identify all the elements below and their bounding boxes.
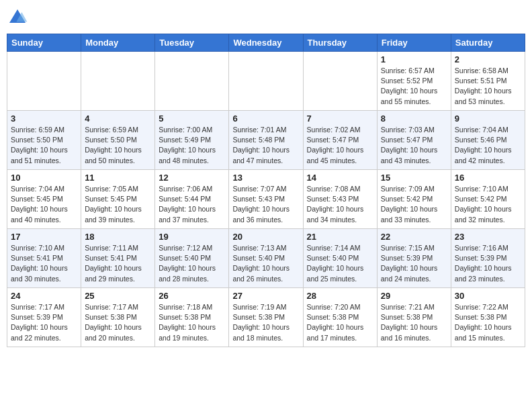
calendar-cell: 3Sunrise: 6:59 AM Sunset: 5:50 PM Daylig… (7, 111, 81, 170)
calendar-cell: 23Sunrise: 7:16 AM Sunset: 5:39 PM Dayli… (451, 229, 525, 288)
weekday-header: Wednesday (229, 34, 303, 52)
day-number: 15 (381, 173, 447, 183)
calendar-cell: 15Sunrise: 7:09 AM Sunset: 5:42 PM Dayli… (377, 170, 451, 229)
day-number: 23 (455, 232, 521, 242)
day-number: 26 (159, 291, 225, 301)
day-info: Sunrise: 7:20 AM Sunset: 5:38 PM Dayligh… (307, 302, 373, 343)
calendar-cell: 2Sunrise: 6:58 AM Sunset: 5:51 PM Daylig… (451, 52, 525, 111)
calendar-cell: 27Sunrise: 7:19 AM Sunset: 5:38 PM Dayli… (229, 288, 303, 347)
calendar-cell: 7Sunrise: 7:02 AM Sunset: 5:47 PM Daylig… (303, 111, 377, 170)
day-number: 7 (307, 113, 373, 124)
day-number: 8 (381, 113, 447, 124)
day-info: Sunrise: 7:02 AM Sunset: 5:47 PM Dayligh… (307, 125, 373, 166)
calendar-week-row: 17Sunrise: 7:10 AM Sunset: 5:41 PM Dayli… (7, 229, 525, 288)
day-info: Sunrise: 7:09 AM Sunset: 5:42 PM Dayligh… (381, 184, 447, 225)
day-info: Sunrise: 7:15 AM Sunset: 5:39 PM Dayligh… (381, 243, 447, 284)
calendar-cell: 4Sunrise: 6:59 AM Sunset: 5:50 PM Daylig… (81, 111, 155, 170)
day-info: Sunrise: 6:58 AM Sunset: 5:51 PM Dayligh… (455, 66, 521, 107)
calendar-cell: 25Sunrise: 7:17 AM Sunset: 5:38 PM Dayli… (81, 288, 155, 347)
day-number: 24 (11, 291, 77, 301)
day-number: 6 (232, 113, 299, 124)
calendar-cell: 10Sunrise: 7:04 AM Sunset: 5:45 PM Dayli… (7, 170, 81, 229)
day-info: Sunrise: 7:17 AM Sunset: 5:38 PM Dayligh… (85, 302, 151, 343)
day-number: 1 (381, 54, 447, 64)
header-area (7, 7, 525, 28)
calendar-header: SundayMondayTuesdayWednesdayThursdayFrid… (7, 34, 525, 52)
day-info: Sunrise: 7:04 AM Sunset: 5:45 PM Dayligh… (11, 184, 77, 225)
day-number: 19 (159, 232, 225, 242)
calendar-cell: 20Sunrise: 7:13 AM Sunset: 5:40 PM Dayli… (229, 229, 303, 288)
day-number: 10 (11, 173, 77, 183)
calendar-cell: 28Sunrise: 7:20 AM Sunset: 5:38 PM Dayli… (303, 288, 377, 347)
calendar-cell: 1Sunrise: 6:57 AM Sunset: 5:52 PM Daylig… (377, 52, 451, 111)
calendar-cell: 11Sunrise: 7:05 AM Sunset: 5:45 PM Dayli… (81, 170, 155, 229)
day-info: Sunrise: 7:16 AM Sunset: 5:39 PM Dayligh… (455, 243, 521, 284)
day-number: 28 (307, 291, 373, 301)
weekday-header: Friday (377, 34, 451, 52)
calendar-cell: 13Sunrise: 7:07 AM Sunset: 5:43 PM Dayli… (229, 170, 303, 229)
day-number: 30 (455, 291, 521, 301)
weekday-header: Monday (81, 34, 155, 52)
day-info: Sunrise: 7:00 AM Sunset: 5:49 PM Dayligh… (159, 125, 225, 166)
day-info: Sunrise: 7:05 AM Sunset: 5:45 PM Dayligh… (85, 184, 151, 225)
calendar-week-row: 24Sunrise: 7:17 AM Sunset: 5:39 PM Dayli… (7, 288, 525, 347)
day-number: 3 (11, 113, 77, 124)
day-number: 27 (232, 291, 299, 301)
day-number: 14 (307, 173, 373, 183)
day-info: Sunrise: 7:01 AM Sunset: 5:48 PM Dayligh… (232, 125, 299, 166)
calendar-cell: 30Sunrise: 7:22 AM Sunset: 5:38 PM Dayli… (451, 288, 525, 347)
calendar-cell: 6Sunrise: 7:01 AM Sunset: 5:48 PM Daylig… (229, 111, 303, 170)
day-number: 5 (159, 113, 225, 124)
day-info: Sunrise: 7:14 AM Sunset: 5:40 PM Dayligh… (307, 243, 373, 284)
calendar-cell: 17Sunrise: 7:10 AM Sunset: 5:41 PM Dayli… (7, 229, 81, 288)
calendar-body: 1Sunrise: 6:57 AM Sunset: 5:52 PM Daylig… (7, 52, 525, 347)
calendar-cell: 26Sunrise: 7:18 AM Sunset: 5:38 PM Dayli… (155, 288, 229, 347)
day-info: Sunrise: 7:08 AM Sunset: 5:43 PM Dayligh… (307, 184, 373, 225)
calendar-cell: 16Sunrise: 7:10 AM Sunset: 5:42 PM Dayli… (451, 170, 525, 229)
calendar-week-row: 1Sunrise: 6:57 AM Sunset: 5:52 PM Daylig… (7, 52, 525, 111)
day-info: Sunrise: 6:57 AM Sunset: 5:52 PM Dayligh… (381, 66, 447, 107)
weekday-header: Sunday (7, 34, 81, 52)
day-number: 12 (159, 173, 225, 183)
day-info: Sunrise: 7:21 AM Sunset: 5:38 PM Dayligh… (381, 302, 447, 343)
calendar-cell: 12Sunrise: 7:06 AM Sunset: 5:44 PM Dayli… (155, 170, 229, 229)
day-number: 29 (381, 291, 447, 301)
day-number: 16 (455, 173, 521, 183)
day-number: 9 (455, 113, 521, 124)
day-info: Sunrise: 7:19 AM Sunset: 5:38 PM Dayligh… (232, 302, 299, 343)
day-info: Sunrise: 7:07 AM Sunset: 5:43 PM Dayligh… (232, 184, 299, 225)
day-info: Sunrise: 7:22 AM Sunset: 5:38 PM Dayligh… (455, 302, 521, 343)
day-info: Sunrise: 7:10 AM Sunset: 5:41 PM Dayligh… (11, 243, 77, 284)
day-number: 20 (232, 232, 299, 242)
day-number: 11 (85, 173, 151, 183)
day-info: Sunrise: 7:04 AM Sunset: 5:46 PM Dayligh… (455, 125, 521, 166)
logo-icon (7, 7, 28, 28)
calendar-cell: 8Sunrise: 7:03 AM Sunset: 5:47 PM Daylig… (377, 111, 451, 170)
day-number: 2 (455, 54, 521, 64)
day-info: Sunrise: 7:12 AM Sunset: 5:40 PM Dayligh… (159, 243, 225, 284)
calendar-cell: 22Sunrise: 7:15 AM Sunset: 5:39 PM Dayli… (377, 229, 451, 288)
calendar-cell: 14Sunrise: 7:08 AM Sunset: 5:43 PM Dayli… (303, 170, 377, 229)
day-info: Sunrise: 6:59 AM Sunset: 5:50 PM Dayligh… (85, 125, 151, 166)
day-info: Sunrise: 7:03 AM Sunset: 5:47 PM Dayligh… (381, 125, 447, 166)
calendar-cell: 29Sunrise: 7:21 AM Sunset: 5:38 PM Dayli… (377, 288, 451, 347)
day-number: 18 (85, 232, 151, 242)
day-info: Sunrise: 7:10 AM Sunset: 5:42 PM Dayligh… (455, 184, 521, 225)
day-info: Sunrise: 7:17 AM Sunset: 5:39 PM Dayligh… (11, 302, 77, 343)
day-number: 17 (11, 232, 77, 242)
day-number: 21 (307, 232, 373, 242)
day-number: 25 (85, 291, 151, 301)
day-number: 4 (85, 113, 151, 124)
calendar-cell: 24Sunrise: 7:17 AM Sunset: 5:39 PM Dayli… (7, 288, 81, 347)
calendar-cell: 9Sunrise: 7:04 AM Sunset: 5:46 PM Daylig… (451, 111, 525, 170)
calendar-cell: 21Sunrise: 7:14 AM Sunset: 5:40 PM Dayli… (303, 229, 377, 288)
day-info: Sunrise: 6:59 AM Sunset: 5:50 PM Dayligh… (11, 125, 77, 166)
calendar-cell: 19Sunrise: 7:12 AM Sunset: 5:40 PM Dayli… (155, 229, 229, 288)
calendar: SundayMondayTuesdayWednesdayThursdayFrid… (7, 34, 525, 347)
calendar-week-row: 3Sunrise: 6:59 AM Sunset: 5:50 PM Daylig… (7, 111, 525, 170)
calendar-cell (7, 52, 81, 111)
calendar-cell: 5Sunrise: 7:00 AM Sunset: 5:49 PM Daylig… (155, 111, 229, 170)
day-info: Sunrise: 7:11 AM Sunset: 5:41 PM Dayligh… (85, 243, 151, 284)
weekday-header: Thursday (303, 34, 377, 52)
calendar-cell: 18Sunrise: 7:11 AM Sunset: 5:41 PM Dayli… (81, 229, 155, 288)
